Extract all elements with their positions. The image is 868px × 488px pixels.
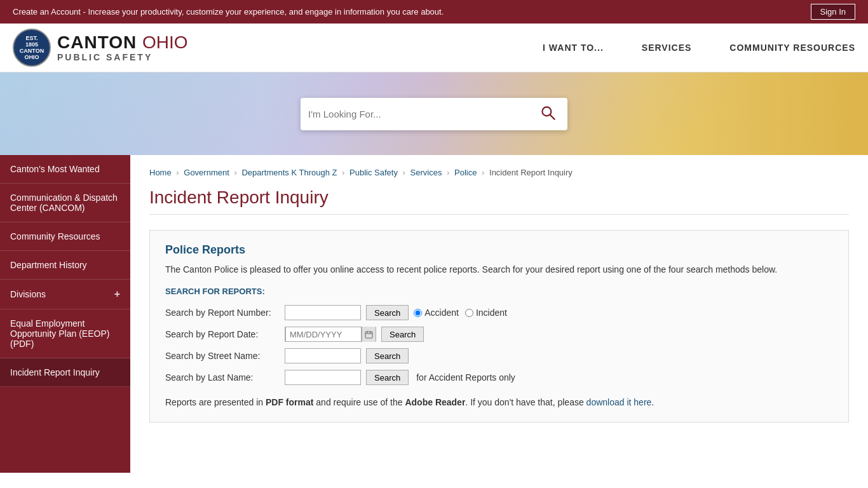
logo-area[interactable]: EST.1805CANTONOHIO CANTON OHIO PUBLIC SA… bbox=[13, 29, 188, 67]
search-row-last-name: Search by Last Name: Search for Accident… bbox=[165, 370, 833, 385]
accident-reports-only-note: for Accident Reports only bbox=[416, 372, 515, 383]
content-wrapper: Canton's Most Wanted Communication & Dis… bbox=[0, 155, 868, 473]
street-name-input[interactable] bbox=[285, 348, 361, 363]
logo-text: CANTON OHIO PUBLIC SAFETY bbox=[57, 33, 188, 62]
section-title: Police Reports bbox=[165, 243, 833, 257]
logo-sub: PUBLIC SAFETY bbox=[57, 53, 188, 62]
top-banner: Create an Account - Increase your produc… bbox=[0, 0, 868, 24]
logo-canton: CANTON bbox=[57, 32, 142, 52]
search-report-number-button[interactable]: Search bbox=[366, 305, 409, 320]
breadcrumb-current: Incident Report Inquiry bbox=[489, 168, 573, 177]
breadcrumb-government[interactable]: Government bbox=[184, 168, 229, 177]
report-date-input[interactable] bbox=[285, 327, 362, 342]
search-by-street-name-label: Search by Street Name: bbox=[165, 351, 280, 361]
search-row-street-name: Search by Street Name: Search bbox=[165, 348, 833, 363]
hero-search-button[interactable] bbox=[537, 102, 560, 126]
search-by-report-date-label: Search by Report Date: bbox=[165, 329, 280, 339]
report-type-radio-group: Accident Incident bbox=[414, 308, 507, 318]
sidebar: Canton's Most Wanted Communication & Dis… bbox=[0, 155, 130, 473]
breadcrumb-public-safety[interactable]: Public Safety bbox=[349, 168, 398, 177]
breadcrumb-departments[interactable]: Departments K Through Z bbox=[241, 168, 337, 177]
date-input-container bbox=[285, 327, 376, 342]
logo-seal: EST.1805CANTONOHIO bbox=[13, 29, 51, 67]
sidebar-item-divisions[interactable]: Divisions + bbox=[0, 280, 130, 309]
search-by-last-name-label: Search by Last Name: bbox=[165, 372, 280, 383]
search-last-name-button[interactable]: Search bbox=[366, 370, 409, 385]
banner-message: Create an Account - Increase your produc… bbox=[13, 7, 444, 17]
search-street-name-button[interactable]: Search bbox=[366, 348, 409, 363]
last-name-input[interactable] bbox=[285, 370, 361, 385]
nav-item-i-want-to[interactable]: I WANT TO... bbox=[543, 43, 604, 53]
sidebar-item-incident-report-inquiry[interactable]: Incident Report Inquiry bbox=[0, 358, 130, 387]
hero-search-box bbox=[301, 98, 567, 130]
page-title: Incident Report Inquiry bbox=[149, 187, 849, 215]
svg-rect-2 bbox=[365, 332, 372, 338]
search-row-report-number: Search by Report Number: Search Accident… bbox=[165, 305, 833, 320]
main-content: Home › Government › Departments K Throug… bbox=[130, 155, 868, 473]
search-row-report-date: Search by Report Date: Search bbox=[165, 327, 833, 342]
svg-line-1 bbox=[550, 114, 555, 119]
header: EST.1805CANTONOHIO CANTON OHIO PUBLIC SA… bbox=[0, 24, 868, 72]
breadcrumb-home[interactable]: Home bbox=[149, 168, 172, 177]
divisions-expand-icon: + bbox=[114, 288, 120, 300]
nav-item-community-resources[interactable]: COMMUNITY RESOURCES bbox=[729, 43, 855, 53]
footer-note: Reports are presented in PDF format and … bbox=[165, 395, 833, 409]
breadcrumb-services[interactable]: Services bbox=[410, 168, 442, 177]
search-report-date-button[interactable]: Search bbox=[381, 327, 424, 342]
radio-accident[interactable] bbox=[414, 309, 422, 317]
hero-search-input[interactable] bbox=[308, 109, 537, 119]
sidebar-item-department-history[interactable]: Department History bbox=[0, 251, 130, 280]
nav-item-services[interactable]: SERVICES bbox=[642, 43, 692, 53]
radio-incident-label[interactable]: Incident bbox=[465, 308, 507, 318]
radio-accident-label[interactable]: Accident bbox=[414, 308, 459, 318]
sidebar-item-community-resources[interactable]: Community Resources bbox=[0, 222, 130, 251]
breadcrumb-police[interactable]: Police bbox=[454, 168, 477, 177]
sidebar-item-cantons-most-wanted[interactable]: Canton's Most Wanted bbox=[0, 155, 130, 184]
section-description: The Canton Police is pleased to offer yo… bbox=[165, 263, 833, 276]
calendar-button[interactable] bbox=[362, 327, 376, 342]
logo-ohio: OHIO bbox=[142, 32, 188, 52]
police-reports-section: Police Reports The Canton Police is plea… bbox=[149, 230, 849, 423]
sidebar-item-eeop[interactable]: Equal Employment Opportunity Plan (EEOP)… bbox=[0, 309, 130, 358]
sidebar-item-communication-dispatch[interactable]: Communication & Dispatch Center (CANCOM) bbox=[0, 184, 130, 222]
search-by-report-number-label: Search by Report Number: bbox=[165, 308, 280, 318]
sign-in-button[interactable]: Sign In bbox=[811, 4, 855, 20]
radio-incident[interactable] bbox=[465, 309, 473, 317]
main-nav: I WANT TO... SERVICES COMMUNITY RESOURCE… bbox=[543, 43, 855, 53]
search-for-reports-label: SEARCH FOR REPORTS: bbox=[165, 287, 833, 296]
breadcrumb: Home › Government › Departments K Throug… bbox=[149, 168, 849, 177]
hero-banner bbox=[0, 72, 868, 155]
report-number-input[interactable] bbox=[285, 305, 361, 320]
download-adobe-link[interactable]: download it here bbox=[587, 397, 652, 407]
